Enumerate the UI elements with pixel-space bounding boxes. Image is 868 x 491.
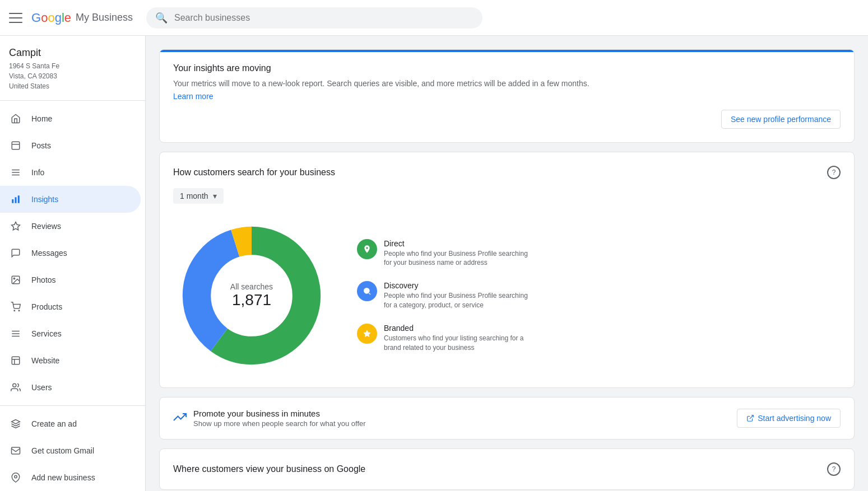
where-customers-help-icon[interactable]: ? — [827, 462, 841, 476]
legend-item-discovery: Discovery People who find your Business … — [357, 281, 530, 310]
svg-point-21 — [15, 475, 17, 478]
nav-bottom: Create an ad Get custom Gmail Add new bu… — [0, 405, 145, 491]
svg-line-27 — [750, 415, 753, 419]
svg-rect-5 — [12, 199, 13, 203]
photos-icon — [9, 273, 22, 287]
sidebar-item-label: Users — [31, 383, 52, 392]
promote-desc: Show up more when people search for what… — [193, 419, 366, 428]
donut-center-number: 1,871 — [230, 291, 273, 309]
start-advertising-label: Start advertising now — [758, 414, 831, 423]
posts-icon — [9, 139, 22, 152]
reviews-icon — [9, 219, 22, 233]
sidebar-item-services[interactable]: Services — [0, 320, 141, 347]
add-business-icon — [9, 471, 22, 484]
legend-item-direct: Direct People who find your Business Pro… — [357, 239, 530, 268]
products-icon — [9, 300, 22, 314]
sidebar-item-custom-gmail[interactable]: Get custom Gmail — [0, 437, 141, 464]
search-card-title: How customers search for your business — [173, 167, 335, 177]
sidebar-item-messages[interactable]: Messages — [0, 240, 141, 266]
svg-rect-0 — [12, 142, 20, 149]
sidebar-item-photos[interactable]: Photos — [0, 266, 141, 293]
where-customers-inner: Where customers view your business on Go… — [160, 449, 854, 489]
menu-button[interactable] — [9, 11, 22, 25]
month-dropdown[interactable]: 1 month ▾ — [173, 188, 224, 204]
sidebar-item-label: Messages — [31, 249, 67, 258]
external-link-icon — [746, 414, 754, 422]
direct-desc: People who find your Business Profile se… — [384, 249, 530, 268]
logo[interactable]: Google My Business — [31, 11, 133, 25]
home-icon — [9, 112, 22, 125]
sidebar-item-label: Reviews — [31, 222, 61, 231]
help-icon[interactable]: ? — [827, 166, 841, 179]
direct-icon — [357, 239, 377, 259]
card-top-bar — [160, 50, 854, 52]
donut-center-label: All searches — [230, 282, 273, 291]
sidebar-item-home[interactable]: Home — [0, 105, 141, 132]
branded-icon — [357, 324, 377, 344]
legend-text-direct: Direct People who find your Business Pro… — [384, 239, 530, 268]
search-card: How customers search for your business ?… — [159, 152, 855, 388]
business-name: Campit — [9, 47, 136, 59]
messages-icon — [9, 246, 22, 260]
sidebar-item-info[interactable]: Info — [0, 159, 141, 186]
sidebar-item-label: Services — [31, 329, 62, 338]
promote-right: Start advertising now — [737, 409, 841, 428]
sidebar-item-label: Add new business — [31, 473, 95, 482]
sidebar-item-users[interactable]: Users — [0, 374, 141, 401]
sidebar-item-products[interactable]: Products — [0, 293, 141, 320]
svg-rect-6 — [15, 197, 17, 203]
legend-text-discovery: Discovery People who find your Business … — [384, 281, 530, 310]
branded-desc: Customers who find your listing searchin… — [384, 334, 530, 353]
start-advertising-button[interactable]: Start advertising now — [737, 409, 841, 428]
legend-text-branded: Branded Customers who find your listing … — [384, 324, 530, 353]
sidebar-item-label: Info — [31, 168, 44, 177]
search-card-inner: How customers search for your business ?… — [160, 152, 854, 387]
svg-point-10 — [13, 278, 15, 279]
sidebar-item-label: Posts — [31, 141, 51, 150]
where-customers-card: Where customers view your business on Go… — [159, 448, 855, 490]
insights-moving-title: Your insights are moving — [173, 63, 841, 73]
sidebar-item-label: Website — [31, 356, 59, 365]
business-info: Campit 1964 S Santa Fe Vista, CA 92083 U… — [0, 36, 145, 101]
sidebar-item-create-ad[interactable]: Create an ad — [0, 410, 141, 437]
svg-line-26 — [369, 293, 370, 294]
sidebar-item-insights[interactable]: Insights — [0, 186, 141, 213]
promote-card-inner: Promote your business in minutes Show up… — [160, 398, 854, 439]
search-input[interactable] — [174, 13, 474, 23]
sidebar-item-label: Photos — [31, 275, 56, 284]
branded-label: Branded — [384, 324, 530, 333]
sidebar-item-label: Get custom Gmail — [31, 446, 94, 455]
create-ad-icon — [9, 417, 22, 431]
dropdown-arrow-icon: ▾ — [213, 191, 217, 200]
discovery-desc: People who find your Business Profile se… — [384, 291, 530, 310]
svg-rect-16 — [12, 357, 20, 364]
address-line3: United States — [9, 82, 49, 90]
svg-point-11 — [14, 310, 15, 311]
sidebar-item-posts[interactable]: Posts — [0, 132, 141, 159]
promote-card: Promote your business in minutes Show up… — [159, 397, 855, 439]
period-label: 1 month — [180, 191, 208, 200]
sidebar-item-add-business[interactable]: Add new business — [0, 464, 141, 491]
svg-point-25 — [364, 288, 370, 294]
learn-more-link[interactable]: Learn more — [173, 92, 213, 101]
see-new-profile-button[interactable]: See new profile performance — [721, 110, 841, 129]
nav-items: Home Posts Info Insights — [0, 101, 145, 405]
insights-moving-desc: Your metrics will move to a new-look rep… — [173, 78, 841, 90]
search-card-header: How customers search for your business ? — [173, 166, 841, 179]
search-bar: 🔍 — [146, 7, 482, 29]
svg-point-12 — [18, 310, 20, 311]
legend-item-branded: Branded Customers who find your listing … — [357, 324, 530, 353]
promote-title: Promote your business in minutes — [193, 409, 366, 418]
sidebar-item-website[interactable]: Website — [0, 347, 141, 374]
promote-left: Promote your business in minutes Show up… — [173, 409, 366, 428]
header: Google My Business 🔍 — [0, 0, 868, 36]
donut-center: All searches 1,871 — [230, 282, 273, 309]
gmail-icon — [9, 444, 22, 457]
see-new-profile-area: See new profile performance — [173, 110, 841, 129]
sidebar-item-reviews[interactable]: Reviews — [0, 213, 141, 240]
business-address: 1964 S Santa Fe Vista, CA 92083 United S… — [9, 61, 136, 91]
users-icon — [9, 381, 22, 394]
sidebar-item-label: Create an ad — [31, 419, 77, 428]
promote-icon — [173, 410, 187, 427]
direct-label: Direct — [384, 239, 530, 248]
